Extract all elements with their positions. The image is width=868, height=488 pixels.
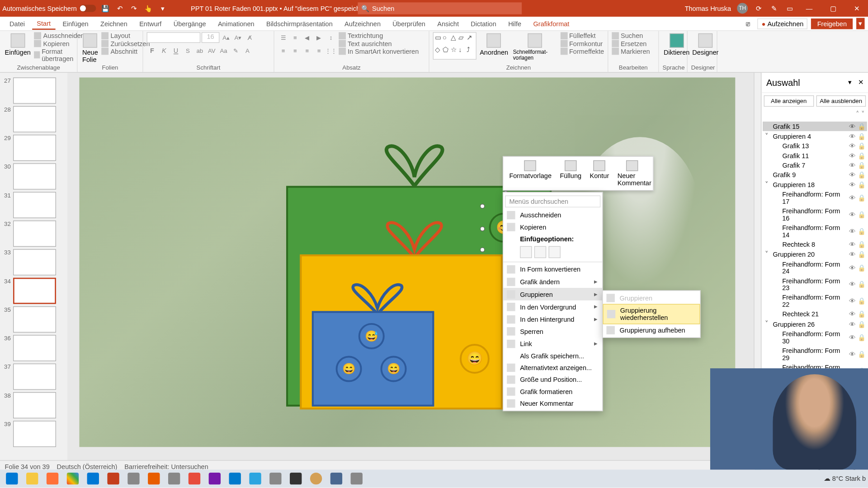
columns-button[interactable]: ⋮⋮ <box>326 45 336 56</box>
visibility-icon[interactable]: 👁 <box>849 152 856 159</box>
increase-font-icon[interactable]: A▴ <box>221 32 231 43</box>
tree-item[interactable]: Grafik 7👁🔒 <box>763 160 867 170</box>
ctx-grafik-formatieren[interactable]: Grafik formatieren <box>503 385 602 397</box>
accessibility-status[interactable]: Barrierefreiheit: Untersuchen <box>124 463 208 470</box>
layout-button[interactable]: Layout <box>102 32 150 39</box>
lock-icon[interactable]: 🔒 <box>858 251 865 258</box>
orange-smiley-icon[interactable]: 😄 <box>460 344 490 374</box>
thumbnail-37[interactable]: 37 <box>2 364 65 390</box>
bullets-button[interactable]: ☰ <box>278 32 289 43</box>
file-name[interactable]: PPT 01 Roter Faden 001.pptx • Auf "diese… <box>191 5 368 12</box>
mini-fill-button[interactable]: Füllung <box>557 159 585 188</box>
smartart-button[interactable]: In SmartArt konvertieren <box>339 48 419 55</box>
ctx-ausschneiden[interactable]: Ausschneiden <box>503 209 602 221</box>
tree-item[interactable]: Freihandform: Form 29👁🔒 <box>763 346 867 362</box>
select-button[interactable]: Markieren <box>612 48 650 55</box>
telegram-icon[interactable] <box>245 471 264 486</box>
move-up-icon[interactable]: ˄ <box>856 110 859 117</box>
redo-icon[interactable]: ↷ <box>129 4 139 13</box>
mini-outline-button[interactable]: Kontur <box>586 159 613 188</box>
reset-button[interactable]: Zurücksetzen <box>102 40 150 47</box>
collapse-ribbon-icon[interactable]: ⎚ <box>742 19 754 28</box>
replace-button[interactable]: Ersetzen <box>612 40 650 47</box>
ctx-gruppieren[interactable]: Gruppieren▸ <box>503 288 602 300</box>
tree-item[interactable]: Freihandform: Form 30👁🔒 <box>763 329 867 346</box>
app-icon-2[interactable] <box>165 471 184 486</box>
lock-icon[interactable]: 🔒 <box>858 161 865 169</box>
tab-uebergaenge[interactable]: Übergänge <box>169 18 211 29</box>
chrome-icon[interactable] <box>63 471 82 486</box>
visibility-icon[interactable]: 👁 <box>849 228 856 235</box>
search-input[interactable] <box>372 5 518 12</box>
spacing-button[interactable]: AV <box>206 45 217 56</box>
tab-grafikformat[interactable]: Grafikformat <box>528 18 574 29</box>
case-button[interactable]: Aa <box>218 45 229 56</box>
ctx-neuer-kommentar[interactable]: Neuer Kommentar <box>503 398 602 409</box>
thumbnail-38[interactable]: 38 <box>2 392 65 418</box>
decrease-indent-button[interactable]: ◀ <box>302 32 312 43</box>
blue-smiley-2-icon[interactable]: 😄 <box>336 356 362 382</box>
lock-icon[interactable]: 🔒 <box>858 194 865 202</box>
lock-icon[interactable]: 🔒 <box>858 334 865 341</box>
thumbnail-29[interactable]: 29 <box>2 135 65 161</box>
maximize-button[interactable]: ▢ <box>824 2 842 14</box>
cut-button[interactable]: Ausschneiden <box>34 32 85 39</box>
dropdown-icon[interactable]: ▾ <box>158 4 167 13</box>
highlight-button[interactable]: ✎ <box>230 45 241 56</box>
lock-icon[interactable]: 🔒 <box>858 320 865 328</box>
tree-item[interactable]: Freihandform: Form 16👁🔒 <box>763 206 867 223</box>
slide-count[interactable]: Folie 34 von 39 <box>5 463 50 470</box>
sync-icon[interactable]: ⟳ <box>754 4 763 13</box>
lock-icon[interactable]: 🔒 <box>858 228 865 235</box>
visibility-icon[interactable]: 👁 <box>849 281 856 288</box>
tab-bildschirm[interactable]: Bildschirmpräsentation <box>261 18 337 29</box>
tab-ueberpruefen[interactable]: Überprüfen <box>388 18 430 29</box>
thumbnail-27[interactable]: 27 <box>2 77 65 103</box>
visibility-icon[interactable]: 👁 <box>849 320 856 328</box>
ctx-in-form-konvertieren[interactable]: In Form konvertieren <box>503 263 602 275</box>
line-spacing-button[interactable]: ↕ <box>326 32 336 43</box>
tree-item[interactable]: ˅Gruppieren 20👁🔒 <box>763 249 867 259</box>
tree-item[interactable]: Freihandform: Form 22👁🔒 <box>763 293 867 310</box>
ctx-gr--e-und-position---[interactable]: Größe und Position... <box>503 374 602 385</box>
visibility-icon[interactable]: 👁 <box>849 310 856 318</box>
app-icon-1[interactable] <box>124 471 143 486</box>
new-slide-button[interactable]: Neue Folie <box>81 32 99 64</box>
lock-icon[interactable]: 🔒 <box>858 142 865 150</box>
italic-button[interactable]: K <box>159 45 170 56</box>
tab-aufzeichnen[interactable]: Aufzeichnen <box>340 18 386 29</box>
copy-button[interactable]: Kopieren <box>34 40 85 47</box>
ctx-link[interactable]: Link▸ <box>503 338 602 350</box>
quick-styles-button[interactable]: Schnellformat-vorlagen <box>512 32 558 62</box>
firefox-icon[interactable] <box>43 471 62 486</box>
align-left-button[interactable]: ≡ <box>278 45 289 56</box>
save-icon[interactable]: 💾 <box>101 4 110 13</box>
shape-fill-button[interactable]: Fülleffekt <box>560 32 604 39</box>
language-status[interactable]: Deutsch (Österreich) <box>57 463 118 470</box>
tree-item[interactable]: ˅Gruppieren 26👁🔒 <box>763 319 867 329</box>
vscode-icon[interactable] <box>226 471 245 486</box>
tab-animationen[interactable]: Animationen <box>213 18 259 29</box>
align-text-button[interactable]: Text ausrichten <box>339 40 419 47</box>
visibility-icon[interactable]: 👁 <box>849 264 856 271</box>
close-button[interactable]: ✕ <box>848 2 866 14</box>
tree-item[interactable]: ˅Gruppieren 4👁🔒 <box>763 131 867 141</box>
tab-zeichnen[interactable]: Zeichnen <box>96 18 132 29</box>
font-size-input[interactable]: 16 <box>202 32 220 43</box>
mini-comment-button[interactable]: Neuer Kommentar <box>614 159 651 188</box>
tree-item[interactable]: Freihandform: Form 23👁🔒 <box>763 276 867 293</box>
shape-effects-button[interactable]: Formeffekte <box>560 48 604 55</box>
thumbnail-31[interactable]: 31 <box>2 192 65 218</box>
outlook-icon[interactable] <box>84 471 103 486</box>
app-icon-3[interactable] <box>185 471 204 486</box>
shapes-gallery[interactable]: ▭○△▱↗◇⬠☆↓⤴ <box>433 32 476 60</box>
visibility-icon[interactable]: 👁 <box>849 211 856 218</box>
paste-option-1[interactable] <box>520 246 532 258</box>
ctx-alternativtext-anzeigen---[interactable]: Alternativtext anzeigen... <box>503 362 602 374</box>
pane-close-icon[interactable]: ✕ <box>858 79 863 86</box>
ribbon-opts-icon[interactable]: ▭ <box>785 4 794 13</box>
tab-dictation[interactable]: Dictation <box>466 18 501 29</box>
align-right-button[interactable]: ≡ <box>302 45 312 56</box>
lock-icon[interactable]: 🔒 <box>858 123 865 130</box>
align-center-button[interactable]: ≡ <box>290 45 301 56</box>
